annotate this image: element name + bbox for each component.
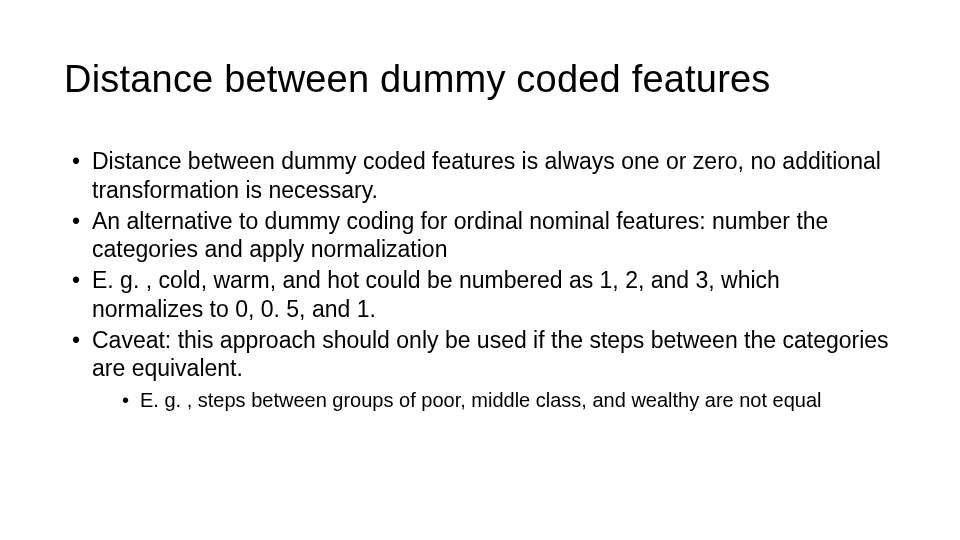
bullet-list: Distance between dummy coded features is…: [64, 147, 896, 413]
sub-bullet-list: E. g. , steps between groups of poor, mi…: [92, 387, 896, 413]
bullet-text: Caveat: this approach should only be use…: [92, 327, 889, 382]
bullet-item: E. g. , cold, warm, and hot could be num…: [70, 266, 896, 324]
bullet-item: Caveat: this approach should only be use…: [70, 326, 896, 414]
slide-title: Distance between dummy coded features: [64, 58, 896, 101]
bullet-item: Distance between dummy coded features is…: [70, 147, 896, 205]
bullet-item: An alternative to dummy coding for ordin…: [70, 207, 896, 265]
sub-bullet-item: E. g. , steps between groups of poor, mi…: [122, 387, 896, 413]
